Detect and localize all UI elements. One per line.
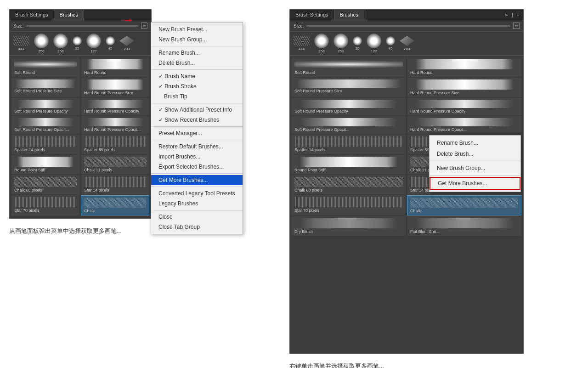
right-edit-icon[interactable]: ✏ <box>513 23 520 29</box>
right-brush-soft-round[interactable]: Soft Round <box>292 57 406 77</box>
right-brush-hrd-press-size[interactable]: Hard Round Pressure Size <box>407 78 521 97</box>
menu-converted-legacy[interactable]: Converted Legacy Tool Presets <box>151 188 243 198</box>
right-brush-list[interactable]: Soft Round Hard Round Soft Round Pressur… <box>290 56 523 353</box>
stroke-hrd-opacit <box>84 118 147 126</box>
menu-close[interactable]: Close <box>151 212 243 222</box>
stroke-spatter59 <box>84 136 147 147</box>
menu-get-more-brushes[interactable]: Get More Brushes... <box>151 175 243 185</box>
stroke-hrd-press-size <box>84 79 147 90</box>
brush-item-spatter59[interactable]: Spatter 59 pixels <box>81 135 149 154</box>
menu-brush-stroke[interactable]: Brush Stroke <box>151 81 243 91</box>
right-brush-chalk-sel[interactable]: Chalk Rename Brush... Delete Brush... Ne… <box>407 195 521 215</box>
brush-name-hrd-press-op: Hard Round Pressure Opacity <box>84 109 147 113</box>
right-preset-2[interactable]: 250 <box>314 34 329 53</box>
right-brush-sft-press-op[interactable]: Soft Round Pressure Opacity <box>292 98 406 115</box>
menu-sep-7 <box>151 187 243 187</box>
right-icon-feather-7 <box>400 36 414 46</box>
brush-item-hrd-press-size[interactable]: Hard Round Pressure Size <box>81 78 149 97</box>
brush-item-chalk-sel[interactable]: Chalk <box>81 195 149 215</box>
menu-preset-manager[interactable]: Preset Manager... <box>151 128 243 138</box>
brush-item-sft-opacit[interactable]: Soft Round Pressure Opacit... <box>11 116 79 134</box>
brush-item-sft-press-op[interactable]: Soft Round Pressure Opacity <box>11 98 79 115</box>
right-name-sft-press-op: Soft Round Pressure Opacity <box>294 109 403 113</box>
brush-item-chalk60[interactable]: Chalk 60 pixels <box>11 175 79 194</box>
right-preset-5[interactable]: 127 <box>367 34 381 53</box>
right-preset-6[interactable]: 45 <box>386 36 395 51</box>
left-preset-7[interactable]: 284 <box>119 36 134 51</box>
right-preset-1[interactable]: 444 <box>294 36 310 51</box>
brush-item-hrd-opacit[interactable]: Hard Round Pressure Opacit... <box>81 116 149 134</box>
right-name-round-point: Round Point Stiff <box>294 168 403 172</box>
right-brush-dry[interactable]: Dry Brush <box>292 216 406 236</box>
menu-export-brushes[interactable]: Export Selected Brushes... <box>151 162 243 172</box>
left-tab-brush-settings[interactable]: Brush Settings <box>10 10 54 20</box>
ctx-delete-brush[interactable]: Delete Brush... <box>430 148 520 159</box>
right-brush-chalk60[interactable]: Chalk 60 pixels <box>292 175 406 194</box>
right-brush-hrd-press-op[interactable]: Hard Round Pressure Opacity <box>407 98 521 115</box>
menu-import-brushes[interactable]: Import Brushes... <box>151 152 243 162</box>
menu-delete-brush[interactable]: Delete Brush... <box>151 58 243 68</box>
menu-show-additional[interactable]: Show Additional Preset Info <box>151 105 243 115</box>
menu-legacy-brushes[interactable]: Legacy Brushes <box>151 198 243 209</box>
left-preset-4[interactable]: 35 <box>73 36 82 51</box>
left-preset-5[interactable]: 127 <box>86 34 101 53</box>
right-brush-row-4: Soft Round Pressure Opacit... Hard Round… <box>292 116 521 134</box>
right-preset-3[interactable]: 250 <box>334 34 348 53</box>
brush-item-spatter14[interactable]: Spatter 14 pixels <box>11 135 79 154</box>
brush-item-hard-round[interactable]: Hard Round <box>81 57 149 77</box>
right-stroke-hrd-press-size <box>410 79 519 90</box>
right-expand-icon[interactable]: » <box>505 12 508 17</box>
brush-item-sft-press-size[interactable]: Soft Round Pressure Size <box>11 78 79 97</box>
menu-show-recent[interactable]: Show Recent Brushes <box>151 115 243 125</box>
left-tab-brushes[interactable]: Brushes <box>54 10 84 20</box>
right-preset-4[interactable]: 35 <box>353 36 362 51</box>
menu-rename-brush[interactable]: Rename Brush... <box>151 48 243 58</box>
right-context-menu: Rename Brush... Delete Brush... New Brus… <box>429 135 521 192</box>
right-brush-round-point[interactable]: Round Point Stiff <box>292 155 406 174</box>
brush-row-1: Soft Round Hard Round <box>11 57 149 77</box>
menu-new-brush-group[interactable]: New Brush Group... <box>151 34 243 45</box>
brush-item-chalk11[interactable]: Chalk 11 pixels <box>81 155 149 174</box>
icon-circle-2 <box>34 34 49 48</box>
right-stroke-hrd-press-op <box>410 100 519 108</box>
menu-brush-name[interactable]: Brush Name <box>151 71 243 81</box>
menu-close-tab-group[interactable]: Close Tab Group <box>151 222 243 232</box>
right-stroke-chalk60 <box>294 177 403 187</box>
right-tab-brushes[interactable]: Brushes <box>334 10 364 20</box>
right-brush-spatter14[interactable]: Spatter 14 pixels <box>292 135 406 154</box>
right-tab-brush-settings[interactable]: Brush Settings <box>290 10 334 20</box>
left-preset-3[interactable]: 250 <box>53 34 68 53</box>
ctx-new-brush-group[interactable]: New Brush Group... <box>430 163 520 174</box>
left-preset-6[interactable]: 45 <box>106 36 115 51</box>
brush-name-sft-press-op: Soft Round Pressure Opacity <box>14 109 77 113</box>
menu-sep-2 <box>151 69 243 70</box>
right-brush-hrd-opacit[interactable]: Hard Round Pressure Opacit... <box>407 116 521 134</box>
menu-brush-tip[interactable]: Brush Tip <box>151 91 243 102</box>
brush-item-hrd-press-op[interactable]: Hard Round Pressure Opacity <box>81 98 149 115</box>
right-brush-sft-press-size[interactable]: Soft Round Pressure Size <box>292 78 406 97</box>
left-edit-icon[interactable]: ✏ <box>141 23 147 29</box>
left-preset-1[interactable]: 444 <box>13 36 29 51</box>
brush-name-star14: Star 14 pixels <box>84 188 147 192</box>
right-brush-hard-round[interactable]: Hard Round <box>407 57 521 77</box>
brush-item-star70[interactable]: Star 70 pixels <box>11 195 79 215</box>
right-section: Brush Settings Brushes » | ≡ Size: ✏ 444 <box>289 9 579 368</box>
right-menu-icon[interactable]: ≡ <box>517 12 520 17</box>
brush-row-7: Chalk 60 pixels Star 14 pixels <box>11 175 149 194</box>
brush-item-soft-round[interactable]: Soft Round <box>11 57 79 77</box>
brush-item-round-point[interactable]: Round Point Stiff <box>11 155 79 174</box>
brush-name-spatter14: Spatter 14 pixels <box>14 147 77 152</box>
menu-restore-default[interactable]: Restore Default Brushes... <box>151 142 243 152</box>
right-size-slider[interactable] <box>306 25 510 27</box>
left-preset-2[interactable]: 250 <box>34 34 49 53</box>
right-preset-7[interactable]: 284 <box>400 36 414 51</box>
ctx-rename-brush[interactable]: Rename Brush... <box>430 137 520 148</box>
right-brush-sft-opacit[interactable]: Soft Round Pressure Opacit... <box>292 116 406 134</box>
menu-new-brush-preset[interactable]: New Brush Preset... <box>151 24 243 34</box>
brush-item-star14[interactable]: Star 14 pixels <box>81 175 149 194</box>
right-brush-star70[interactable]: Star 70 pixels <box>292 195 405 215</box>
left-size-label: Size: <box>13 23 23 28</box>
ctx-get-more-brushes[interactable]: Get More Brushes... <box>430 177 520 190</box>
left-brush-list[interactable]: Soft Round Hard Round Soft Round Pressur… <box>10 56 151 218</box>
right-brush-flat-blunt[interactable]: Flat Blunt Sho... <box>407 216 521 236</box>
